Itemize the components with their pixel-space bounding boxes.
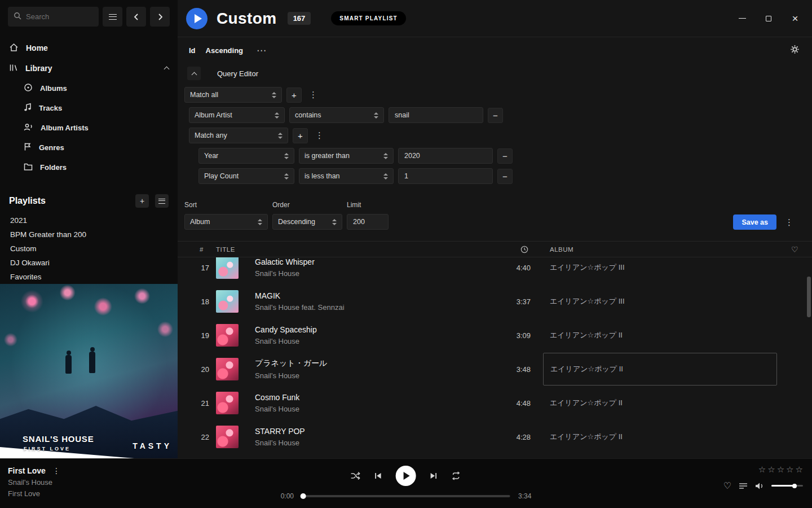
maximize-button[interactable] — [764, 14, 773, 23]
remove-rule-button[interactable]: − — [497, 148, 513, 164]
star-icon[interactable]: ☆ — [777, 465, 784, 475]
sidebar-item-genres[interactable]: Genres — [0, 138, 178, 157]
sidebar-item-home[interactable]: Home — [0, 38, 178, 58]
rule-value-input[interactable] — [398, 168, 493, 184]
sort-field-button[interactable]: Id — [189, 46, 196, 55]
sidebar-item-tracks[interactable]: Tracks — [0, 98, 178, 118]
menu-button[interactable] — [103, 7, 122, 27]
play-pause-button[interactable] — [396, 466, 416, 486]
settings-button[interactable] — [790, 45, 800, 56]
table-row[interactable]: 20 プラネット・ガール Snail's House 3:48 エイリアン☆ポッ… — [178, 352, 812, 386]
select-caret-icon — [284, 152, 289, 160]
match-type-select[interactable]: Match any — [189, 128, 288, 143]
column-favorite[interactable]: ♡ — [787, 245, 812, 254]
add-rule-button[interactable]: + — [293, 128, 308, 143]
sidebar-item-library[interactable]: Library — [0, 58, 178, 78]
playlist-item[interactable]: 2021 — [0, 213, 178, 227]
column-duration[interactable] — [491, 246, 531, 253]
track-album[interactable]: エイリアン☆ポップ III — [531, 257, 787, 284]
track-number: 19 — [178, 331, 209, 340]
track-artist: Snail's House feat. Sennzai — [255, 303, 491, 312]
seek-handle[interactable] — [301, 493, 306, 499]
add-rule-button[interactable]: + — [286, 87, 302, 103]
close-button[interactable]: × — [791, 14, 800, 23]
seek-bar[interactable] — [302, 495, 510, 497]
playlist-list-button[interactable] — [155, 194, 169, 208]
track-thumbnail — [216, 290, 239, 313]
limit-input[interactable] — [347, 214, 389, 230]
track-album[interactable]: エイリアン☆ポップ III — [531, 284, 787, 318]
next-button[interactable] — [429, 471, 438, 480]
now-playing-artwork[interactable]: SNAIL'S HOUSE FIRST LOVE TASTY — [0, 284, 178, 458]
save-as-button[interactable]: Save as — [733, 214, 776, 230]
star-icon[interactable]: ☆ — [767, 465, 775, 475]
now-playing-menu-button[interactable]: ⋮ — [52, 466, 60, 475]
playlist-play-button[interactable] — [186, 8, 208, 29]
select-caret-icon — [284, 173, 289, 180]
table-row[interactable]: 19 Candy Spaceship Snail's House 3:09 エイ… — [178, 318, 812, 352]
now-playing-artist[interactable]: Snail's House — [8, 478, 60, 487]
rule-operator-select[interactable]: contains — [289, 107, 384, 123]
star-icon[interactable]: ☆ — [796, 465, 803, 475]
more-options-button[interactable]: ⋯ — [257, 45, 266, 56]
track-album[interactable]: エイリアン☆ポップ II — [531, 420, 787, 454]
rule-group-menu-button[interactable]: ⋮ — [306, 90, 320, 100]
table-row[interactable]: 18 MAGIK Snail's House feat. Sennzai 3:3… — [178, 284, 812, 318]
collapse-query-editor-button[interactable] — [187, 67, 201, 80]
match-type-select[interactable]: Match all — [184, 87, 282, 103]
track-album[interactable]: エイリアン☆ポップ II — [531, 386, 787, 420]
scrollbar[interactable] — [807, 277, 811, 317]
column-album[interactable]: ALBUM — [531, 246, 787, 253]
repeat-button[interactable] — [451, 471, 461, 480]
column-index[interactable]: # — [178, 246, 209, 253]
forward-button[interactable] — [150, 7, 170, 27]
rule-operator-select[interactable]: is less than — [299, 168, 394, 184]
rule-operator-select[interactable]: is greater than — [299, 148, 394, 164]
previous-button[interactable] — [374, 471, 383, 480]
back-button[interactable] — [126, 7, 146, 27]
sidebar-item-album-artists[interactable]: Album Artists — [0, 118, 178, 138]
rule-value-input[interactable] — [389, 107, 483, 123]
rule-group-menu-button[interactable]: ⋮ — [312, 130, 326, 141]
volume-handle[interactable] — [792, 484, 797, 488]
table-row[interactable]: 22 STARRY POP Snail's House 4:28 エイリアン☆ポ… — [178, 420, 812, 454]
now-playing-album[interactable]: First Love — [8, 489, 60, 498]
shuffle-button[interactable] — [351, 471, 361, 480]
sidebar-item-albums[interactable]: Albums — [0, 78, 178, 98]
remove-rule-button[interactable]: − — [497, 169, 513, 184]
rule-field-select[interactable]: Year — [198, 148, 294, 164]
column-title[interactable]: TITLE — [209, 246, 491, 253]
sort-direction-button[interactable]: Ascending — [206, 46, 243, 55]
search-input[interactable] — [26, 12, 88, 21]
save-menu-button[interactable]: ⋮ — [782, 217, 796, 227]
remove-rule-button[interactable]: − — [488, 108, 503, 123]
elapsed-time: 0:00 — [281, 492, 294, 500]
rule-value-input[interactable] — [398, 148, 493, 164]
playlist-item[interactable]: Favorites — [0, 270, 178, 284]
star-icon[interactable]: ☆ — [786, 465, 793, 475]
table-row[interactable]: 17 Galactic Whisper Snail's House 4:40 エ… — [178, 257, 812, 284]
add-playlist-button[interactable]: + — [135, 194, 149, 208]
sort-select[interactable]: Album — [184, 214, 268, 230]
table-row[interactable]: 21 Cosmo Funk Snail's House 4:48 エイリアン☆ポ… — [178, 386, 812, 420]
flag-icon — [24, 142, 32, 153]
playlist-item[interactable]: DJ Okawari — [0, 256, 178, 270]
order-select[interactable]: Descending — [272, 214, 342, 230]
now-playing-title[interactable]: First Love — [8, 466, 46, 475]
minimize-button[interactable] — [738, 14, 747, 23]
playlist-item[interactable]: Custom — [0, 242, 178, 256]
window-controls: × — [738, 14, 804, 23]
rule-field-select[interactable]: Play Count — [198, 168, 294, 184]
star-icon[interactable]: ☆ — [758, 465, 766, 475]
queue-button[interactable] — [739, 482, 748, 490]
track-album-focused[interactable]: エイリアン☆ポップ II — [543, 353, 777, 386]
sidebar-item-folders[interactable]: Folders — [0, 157, 178, 177]
volume-button[interactable] — [755, 482, 764, 490]
rule-field-select[interactable]: Album Artist — [189, 107, 285, 123]
favorite-button[interactable]: ♡ — [723, 480, 731, 491]
track-album[interactable]: エイリアン☆ポップ II — [531, 318, 787, 352]
volume-slider[interactable] — [771, 485, 803, 487]
search-box[interactable] — [8, 7, 99, 27]
track-list: 17 Galactic Whisper Snail's House 4:40 エ… — [178, 257, 812, 458]
playlist-item[interactable]: BPM Greater than 200 — [0, 227, 178, 242]
